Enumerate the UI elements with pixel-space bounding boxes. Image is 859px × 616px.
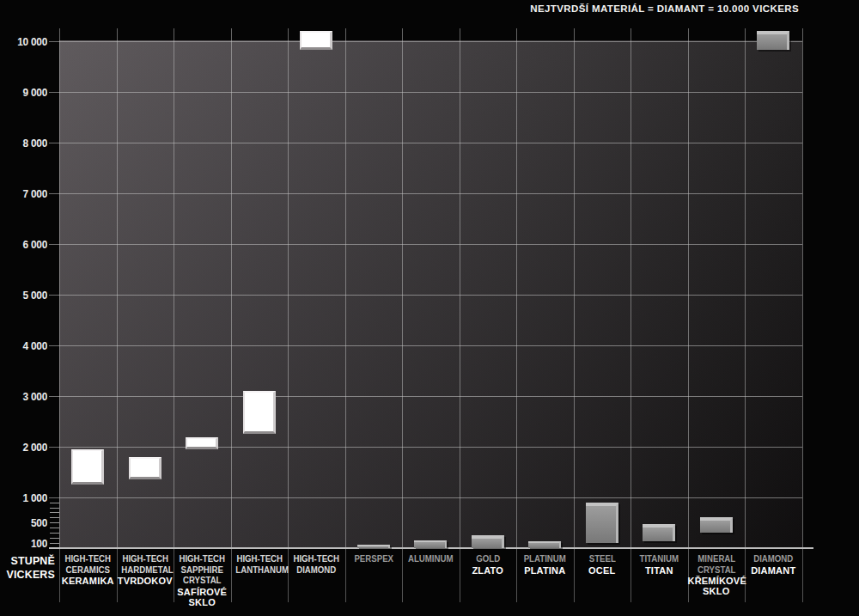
category-label-high-tech-sapphire-crystal: HIGH-TECHSAPPHIRECRYSTALSAFÍROVÉSKLO [174, 553, 231, 607]
category-name-cz: DIAMANT [745, 565, 802, 576]
bar-mineral-crystal [700, 517, 733, 533]
minor-tick [50, 522, 59, 523]
bar-platinum [528, 541, 561, 548]
category-name-cz: OCEL [574, 565, 631, 576]
y-tick-label: 2 000 [6, 441, 47, 454]
gridline-vertical [802, 28, 803, 548]
gridline-vertical [231, 28, 232, 548]
bar-high-tech-diamond [300, 31, 332, 50]
category-name-en: PLATINUM [521, 553, 569, 564]
bar-gold [472, 535, 504, 548]
gridline-vertical [460, 28, 460, 548]
minor-tick [50, 533, 59, 534]
y-tick-label: 8 000 [6, 137, 47, 149]
category-label-high-tech-lanthanum: HIGH-TECHLANTHANUM [231, 553, 289, 575]
category-label-mineral-crystal: MINERALCRYSTALKŘEMÍKOVÉSKLO [688, 553, 746, 596]
category-label-aluminum: ALUMINUM [402, 553, 460, 564]
bar-titanium [643, 524, 675, 541]
y-tick-label: 3 000 [6, 390, 47, 403]
category-name-en: HIGH-TECHLANTHANUM [235, 553, 283, 575]
bar-high-tech-ceramics [71, 449, 104, 485]
minor-tick [50, 528, 59, 528]
bar-diamond [757, 31, 789, 50]
y-tick-label: 100 [6, 537, 47, 550]
gridline-vertical [59, 28, 60, 548]
category-name-cz: ZLATO [460, 565, 517, 576]
category-label-diamond: DIAMONDDIAMANT [745, 553, 802, 576]
bar-high-tech-sapphire-crystal [186, 437, 218, 449]
category-name-en: HIGH-TECHSAPPHIRECRYSTAL [178, 553, 226, 586]
gridline-vertical [402, 28, 403, 548]
category-label-perspex: PERSPEX [345, 553, 403, 564]
hardness-chart: NEJTVRDŠÍ MATERIÁL = DIAMANT = 10.000 VI… [0, 0, 859, 616]
category-name-en: HIGH-TECHCERAMICS [64, 553, 112, 575]
category-name-en: HIGH-TECHDIAMOND [292, 553, 340, 575]
category-name-en: ALUMINUM [406, 553, 454, 564]
y-tick-label: 9 000 [6, 86, 47, 99]
category-label-gold: GOLDZLATO [460, 553, 517, 576]
gridline-vertical [516, 28, 517, 548]
minor-tick [50, 543, 59, 544]
minor-tick [50, 503, 59, 503]
y-tick-label: 4 000 [6, 339, 47, 352]
category-name-cz: TITAN [631, 565, 688, 576]
category-label-high-tech-diamond: HIGH-TECHDIAMOND [288, 553, 345, 575]
category-label-titanium: TITANIUMTITAN [631, 553, 688, 576]
minor-tick [50, 508, 59, 509]
minor-tick [50, 517, 59, 518]
gridline-vertical [117, 28, 118, 548]
category-name-en: TITANIUM [635, 553, 683, 564]
gridline-horizontal [49, 497, 802, 498]
gridline-vertical [345, 28, 346, 548]
gridline-horizontal [49, 41, 802, 42]
y-tick-label: 500 [6, 516, 47, 529]
category-name-cz: KŘEMÍKOVÉSKLO [688, 576, 746, 596]
category-name-en: HIGH-TECHHARDMETAL [121, 553, 169, 575]
gridline-horizontal [49, 244, 802, 245]
gridline-horizontal [49, 143, 802, 143]
minor-tick [50, 538, 59, 539]
y-tick-label: 5 000 [6, 289, 47, 302]
bar-aluminum [414, 540, 447, 547]
y-axis-unit-label: STUPNĚ VICKERS [4, 554, 55, 582]
gridline-vertical [174, 28, 174, 548]
category-name-en: GOLD [464, 553, 512, 564]
chart-title: NEJTVRDŠÍ MATERIÁL = DIAMANT = 10.000 VI… [530, 3, 799, 14]
category-name-en: DIAMOND [749, 553, 797, 564]
y-tick-label: 10 000 [6, 35, 47, 48]
category-name-cz: KERAMIKA [59, 576, 117, 586]
category-label-high-tech-ceramics: HIGH-TECHCERAMICSKERAMIKA [59, 553, 117, 586]
label-divider [802, 549, 803, 602]
bar-steel [586, 503, 618, 543]
category-name-cz: PLATINA [516, 565, 574, 576]
gridline-vertical [688, 28, 689, 548]
gridline-vertical [631, 28, 631, 548]
gridline-horizontal [49, 193, 802, 194]
gridline-vertical [745, 28, 746, 548]
category-name-en: MINERALCRYSTAL [692, 553, 740, 575]
y-tick-label: 7 000 [6, 187, 47, 200]
category-label-high-tech-hardmetal: HIGH-TECHHARDMETALTVRDOKOV [117, 553, 174, 586]
category-label-platinum: PLATINUMPLATINA [516, 553, 574, 576]
gridline-horizontal [49, 345, 802, 346]
category-name-cz: TVRDOKOV [117, 576, 174, 586]
gridline-horizontal [49, 295, 802, 296]
minor-tick [50, 512, 59, 513]
gridline-vertical [288, 28, 289, 548]
category-label-steel: STEELOCEL [574, 553, 631, 576]
gridline-vertical [574, 28, 575, 548]
bar-perspex [357, 545, 390, 548]
bar-high-tech-lanthanum [243, 391, 276, 434]
y-axis-unit-line1: STUPNĚ [4, 554, 55, 568]
y-tick-label: 1 000 [6, 491, 47, 504]
gridline-horizontal [49, 396, 802, 397]
gridline-horizontal [49, 92, 802, 93]
y-axis-unit-line2: VICKERS [4, 568, 55, 582]
bar-high-tech-hardmetal [129, 457, 161, 480]
gridline-horizontal [49, 447, 802, 448]
category-name-cz: SAFÍROVÉSKLO [174, 587, 231, 607]
category-name-en: STEEL [578, 553, 626, 564]
y-tick-label: 6 000 [6, 238, 47, 251]
category-name-en: PERSPEX [350, 553, 398, 564]
